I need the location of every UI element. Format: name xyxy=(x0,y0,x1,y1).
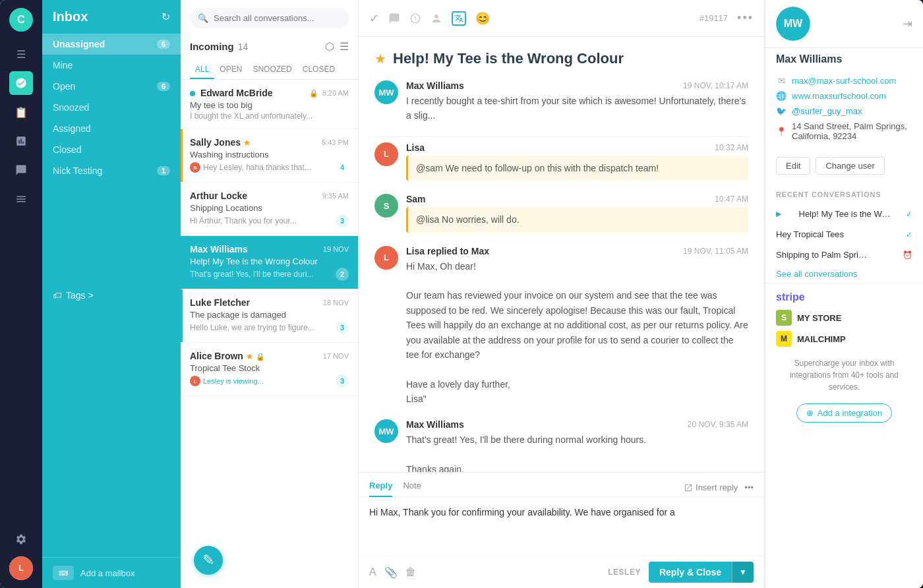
nav-badge-nick: 1 xyxy=(157,166,170,175)
check-icon[interactable]: ✓ xyxy=(369,11,379,26)
conv-badge: 3 xyxy=(336,374,349,388)
reply-more-icon[interactable]: ••• xyxy=(744,483,754,492)
avatar-max-2: MW xyxy=(374,419,398,443)
more-options-icon[interactable]: ••• xyxy=(737,11,754,25)
main-conversation: ✓ 😊 #19117 ••• ★ Help! My Tee is the Wro… xyxy=(359,0,765,588)
tab-closed[interactable]: CLOSED xyxy=(297,61,340,79)
integrations-promo: Supercharge your inbox with integrations… xyxy=(776,352,912,398)
conv-item-luke[interactable]: Luke Fletcher 18 NOV The package is dama… xyxy=(181,289,358,343)
blue-stripe xyxy=(181,289,183,342)
recent-conv-3[interactable]: Shipping to Palm Springs ⏰ xyxy=(765,245,923,265)
new-dot-icon xyxy=(190,91,195,96)
conv-time: 18 NOV xyxy=(323,299,349,307)
conv-item-alice[interactable]: Alice Brown ★ 🔒 17 NOV Tropical Tee Stoc… xyxy=(181,343,358,396)
nav-badge-open: 6 xyxy=(157,82,170,91)
msg-sender-4: Lisa replied to Max xyxy=(406,246,489,256)
tab-all[interactable]: ALL xyxy=(190,61,214,79)
conv-item-sally[interactable]: Sally Jones ★ 5:43 PM Washing instructio… xyxy=(181,129,358,183)
conv-item-arthur[interactable]: Arthur Locke 9:35 AM Shipping Locations … xyxy=(181,183,358,236)
tab-reply[interactable]: Reply xyxy=(369,478,392,497)
conv-name: Arthur Locke xyxy=(190,191,247,201)
reply-textarea[interactable] xyxy=(369,506,754,545)
recent-conv-1[interactable]: ▶ Help! My Tee is the Wron... ✓ xyxy=(765,204,923,224)
nav-item-mine[interactable]: Mine xyxy=(42,55,181,76)
nav-item-assigned[interactable]: Assigned xyxy=(42,118,181,139)
compose-fab[interactable]: ✎ xyxy=(194,546,223,575)
translate-icon[interactable] xyxy=(452,11,466,26)
nav-item-closed[interactable]: Closed xyxy=(42,139,181,160)
clock-icon[interactable] xyxy=(409,13,421,24)
text-format-icon[interactable]: A xyxy=(369,566,376,578)
recent-check-icon-2: ✓ xyxy=(906,230,912,239)
location-icon: 📍 xyxy=(776,127,787,136)
conv-badge: 4 xyxy=(336,161,349,174)
list-icon[interactable] xyxy=(9,187,33,211)
contact-info: ✉ max@max-surf-school.com 🌐 www.maxsurfs… xyxy=(765,71,923,152)
conv-item-edward[interactable]: Edward McBride 🔒 8:20 AM My tee is too b… xyxy=(181,80,358,129)
nav-item-snoozed[interactable]: Snoozed xyxy=(42,97,181,118)
reply-close-dropdown[interactable]: ▼ xyxy=(732,562,754,583)
see-all-conversations[interactable]: See all conversations xyxy=(765,265,923,283)
reply-close-button[interactable]: Reply & Close xyxy=(649,562,732,583)
search-bar[interactable]: 🔍 xyxy=(190,8,349,28)
contact-email[interactable]: max@max-surf-school.com xyxy=(792,76,896,86)
header-actions: ⬡ ☰ xyxy=(325,40,349,53)
add-mailbox-button[interactable]: Add a mailbox xyxy=(80,568,134,578)
conv-badge: 3 xyxy=(336,321,349,334)
attach-icon[interactable]: 📎 xyxy=(384,566,398,579)
chat-icon[interactable] xyxy=(9,158,33,182)
compose-icon[interactable]: ⬡ xyxy=(325,40,334,53)
message-sam-note: S Sam 10:47 AM @lisa No worries, will do… xyxy=(374,194,748,232)
exit-icon[interactable]: ⇥ xyxy=(903,16,912,31)
refresh-icon[interactable]: ↻ xyxy=(162,11,170,23)
nav-item-open[interactable]: Open 6 xyxy=(42,76,181,97)
incoming-count: 14 xyxy=(238,42,249,52)
conv-subject: My tee is too big xyxy=(190,100,349,110)
contact-website[interactable]: www.maxsurfschool.com xyxy=(792,91,886,101)
insert-reply-button[interactable]: Insert reply xyxy=(684,483,738,492)
inbox-nav-icon[interactable] xyxy=(9,71,33,95)
edit-button[interactable]: Edit xyxy=(776,157,810,175)
delete-icon[interactable]: 🗑 xyxy=(405,566,416,578)
analytics-icon[interactable] xyxy=(9,129,33,153)
conv-time: 19 NOV xyxy=(323,245,349,253)
filter-icon[interactable]: ☰ xyxy=(340,40,349,53)
user-avatar-sidebar[interactable]: L xyxy=(9,556,33,580)
nav-item-nick-testing[interactable]: Nick Testing 1 xyxy=(42,160,181,181)
mailchimp-integration[interactable]: M MAILCHIMP xyxy=(776,331,912,347)
shopify-integration[interactable]: S MY STORE xyxy=(776,310,912,326)
reports-icon[interactable]: 📋 xyxy=(9,100,33,124)
hamburger-icon[interactable]: ☰ xyxy=(9,42,33,66)
contact-email-row: ✉ max@max-surf-school.com xyxy=(776,76,912,86)
msg-time-3: 10:47 AM xyxy=(715,194,748,204)
nav-items-list: Unassigned 6 Mine Open 6 Snoozed Assigne… xyxy=(42,34,181,281)
settings-icon[interactable] xyxy=(9,527,33,551)
conv-id: #19117 xyxy=(700,13,728,23)
right-top-bar: MW ⇥ xyxy=(765,0,923,48)
msg-header-5: Max Williams 20 NOV, 9:35 AM xyxy=(406,419,748,430)
search-input[interactable] xyxy=(214,13,341,23)
tags-nav-item[interactable]: 🏷 Tags > xyxy=(53,286,170,305)
chat-bubble-icon[interactable] xyxy=(388,13,400,24)
conv-item-max[interactable]: Max Williams 19 NOV Help! My Tee is the … xyxy=(181,236,358,289)
msg-time-5: 20 NOV, 9:35 AM xyxy=(688,420,748,429)
conv-time: 17 NOV xyxy=(323,352,349,360)
incoming-header: Incoming 14 ⬡ ☰ xyxy=(190,36,349,57)
recent-conv-2[interactable]: Hey Tropical Tees ✓ xyxy=(765,224,923,245)
tab-note[interactable]: Note xyxy=(403,478,421,497)
avatar-lisa: L xyxy=(374,142,398,166)
tab-open[interactable]: OPEN xyxy=(214,61,247,79)
emoji-icon[interactable]: 😊 xyxy=(475,11,490,26)
orange-stripe xyxy=(181,129,183,182)
msg-sender-3: Sam xyxy=(406,194,426,204)
change-user-button[interactable]: Change user xyxy=(816,157,884,175)
conv-name: Alice Brown ★ 🔒 xyxy=(190,351,265,361)
add-integration-button[interactable]: ⊕ Add a integration xyxy=(796,403,892,423)
nav-item-unassigned[interactable]: Unassigned 6 xyxy=(42,34,181,55)
conv-subject: The package is damaged xyxy=(190,310,349,320)
conv-badge: 2 xyxy=(336,268,349,281)
email-icon: ✉ xyxy=(776,76,787,86)
tab-snoozed[interactable]: SNOOZED xyxy=(247,61,297,79)
keyboard-icon[interactable]: ⌨ xyxy=(53,566,74,580)
user-icon[interactable] xyxy=(431,13,442,24)
